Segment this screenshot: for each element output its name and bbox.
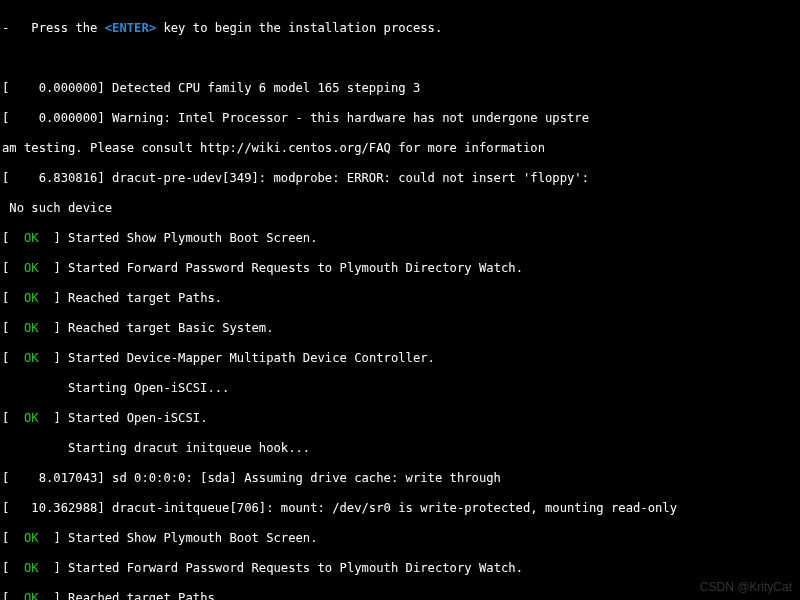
kmsg-sr0-mount-1: [ 10.362988] dracut-initqueue[706]: moun… — [2, 501, 798, 516]
kmsg-intel-warn-1: [ 0.000000] Warning: Intel Processor - t… — [2, 111, 798, 126]
msg-target-paths: Reached target Paths. — [68, 291, 222, 305]
ok-badge: OK — [24, 591, 39, 600]
kmsg-intel-warn-2: am testing. Please consult http://wiki.c… — [2, 141, 798, 156]
ok-badge: OK — [24, 531, 39, 545]
ok-badge: OK — [24, 261, 39, 275]
kmsg-sda-cache: [ 8.017043] sd 0:0:0:0: [sda] Assuming d… — [2, 471, 798, 486]
msg-plymouth-watch: Started Forward Password Requests to Ply… — [68, 261, 523, 275]
boot-console: - Press the <ENTER> key to begin the ins… — [0, 0, 800, 600]
msg-target-paths-2: Reached target Paths. — [68, 591, 222, 600]
ok-badge: OK — [24, 351, 39, 365]
msg-multipath: Started Device-Mapper Multipath Device C… — [68, 351, 435, 365]
kmsg-floppy-err-2: No such device — [2, 201, 798, 216]
msg-plymouth-boot: Started Show Plymouth Boot Screen. — [68, 231, 317, 245]
ok-badge: OK — [24, 561, 39, 575]
ok-badge: OK — [24, 231, 39, 245]
kmsg-cpu-detect: [ 0.000000] Detected CPU family 6 model … — [2, 81, 798, 96]
kmsg-floppy-err-1: [ 6.830816] dracut-pre-udev[349]: modpro… — [2, 171, 798, 186]
prompt-rest: key to begin the installation process. — [156, 21, 442, 35]
msg-started-iscsi: Started Open-iSCSI. — [68, 411, 207, 425]
ok-badge: OK — [24, 321, 39, 335]
prompt-enter-key: <ENTER> — [105, 21, 156, 35]
prompt-press: Press the — [9, 21, 104, 35]
msg-plymouth-watch-2: Started Forward Password Requests to Ply… — [68, 561, 523, 575]
msg-target-basic: Reached target Basic System. — [68, 321, 273, 335]
ok-badge: OK — [24, 291, 39, 305]
msg-starting-initqueue: Starting dracut initqueue hook... — [2, 441, 798, 456]
ok-badge: OK — [24, 411, 39, 425]
msg-starting-iscsi: Starting Open-iSCSI... — [2, 381, 798, 396]
msg-plymouth-boot-2: Started Show Plymouth Boot Screen. — [68, 531, 317, 545]
